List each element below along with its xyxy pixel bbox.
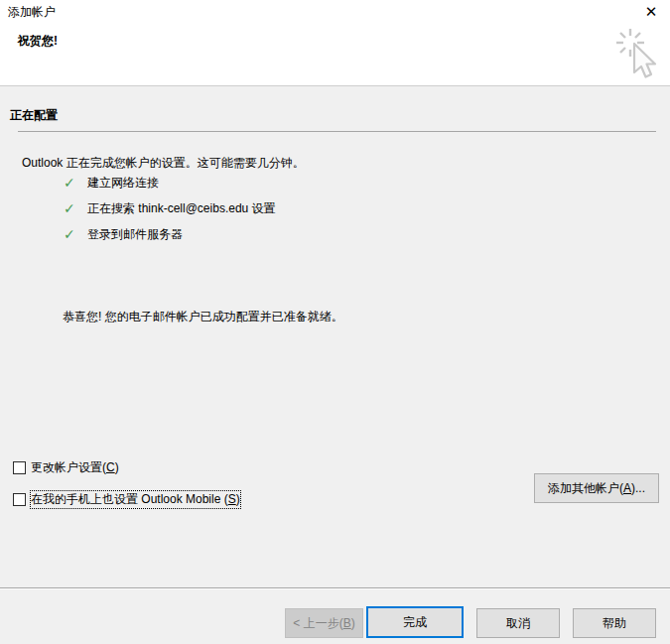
change-account-settings-checkbox[interactable] [13, 461, 26, 474]
check-icon: ✓ [64, 227, 77, 241]
help-button[interactable]: 帮助 [573, 608, 656, 638]
check-icon: ✓ [64, 176, 77, 190]
section-divider [18, 131, 656, 132]
button-text: 添加其他帐户( [548, 481, 623, 495]
progress-step-list: ✓ 建立网络连接 ✓ 正在搜索 think-cell@ceibs.edu 设置 … [64, 176, 276, 241]
close-icon[interactable]: ✕ [641, 2, 661, 22]
access-key: C [106, 460, 115, 474]
step-label-search-settings: 正在搜索 think-cell@ceibs.edu 设置 [87, 200, 276, 217]
button-text: )... [631, 481, 645, 495]
outlook-mobile-checkbox[interactable] [13, 493, 26, 506]
label-text: 在我的手机上也设置 Outlook Mobile ( [31, 492, 228, 506]
check-icon: ✓ [64, 201, 77, 215]
footer-divider [0, 587, 670, 589]
access-key: A [623, 481, 631, 495]
change-account-settings-label[interactable]: 更改帐户设置(C) [31, 459, 119, 476]
window-title: 添加帐户 [8, 4, 56, 21]
congratulations-heading: 祝贺您! [18, 33, 58, 50]
access-key: S [228, 492, 236, 506]
dialog-header: 添加帐户 ✕ 祝贺您! [0, 0, 670, 86]
label-text: ) [115, 460, 119, 474]
label-text: 更改帐户设置( [31, 460, 106, 474]
access-key: B [343, 616, 351, 630]
change-account-settings-option: 更改帐户设置(C) [13, 459, 119, 476]
add-another-account-button[interactable]: 添加其他帐户(A)... [534, 473, 659, 503]
section-title-configuring: 正在配置 [10, 107, 58, 124]
add-account-dialog: 添加帐户 ✕ 祝贺您! 正在配置 Outlook 正在完成您帐户的设置。这可能需… [0, 0, 670, 644]
progress-intro-text: Outlook 正在完成您帐户的设置。这可能需要几分钟。 [22, 155, 305, 172]
success-message: 恭喜您! 您的电子邮件帐户已成功配置并已准备就绪。 [63, 309, 343, 325]
button-text: ) [351, 616, 355, 630]
step-label-logon-server: 登录到邮件服务器 [87, 226, 183, 243]
progress-step: ✓ 建立网络连接 [64, 176, 276, 190]
label-text: ) [236, 492, 240, 506]
finish-button[interactable]: 完成 [366, 606, 464, 638]
button-text: < 上一步( [293, 616, 342, 630]
outlook-mobile-option: 在我的手机上也设置 Outlook Mobile (S) [13, 491, 240, 508]
cancel-button[interactable]: 取消 [476, 608, 560, 638]
step-label-network: 建立网络连接 [87, 175, 159, 192]
busy-pointer-cursor-icon [609, 26, 663, 85]
progress-step: ✓ 正在搜索 think-cell@ceibs.edu 设置 [64, 201, 276, 215]
outlook-mobile-label[interactable]: 在我的手机上也设置 Outlook Mobile (S) [31, 491, 240, 508]
back-button: < 上一步(B) [285, 608, 363, 638]
progress-step: ✓ 登录到邮件服务器 [64, 227, 276, 241]
